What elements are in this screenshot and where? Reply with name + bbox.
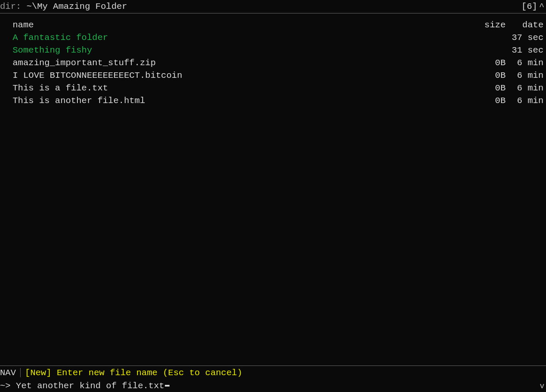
column-headers: name size date [0,19,546,31]
item-name: Something fishy [13,45,474,55]
item-size: 0B [474,71,506,80]
list-item[interactable]: A fantastic folder 37 sec [0,31,546,44]
list-item[interactable]: This is a file.txt 0B 6 min [0,82,546,94]
item-size: 0B [474,58,506,68]
command-input-line[interactable]: ~> Yet another kind of file.txt [0,379,546,392]
item-name: I LOVE BITCONNEEEEEEEECT.bitcoin [13,71,474,80]
header-name[interactable]: name [13,20,474,30]
status-line: NAV [New] Enter new file name (Esc to ca… [0,366,546,379]
command-input[interactable]: Yet another kind of file.txt [16,381,164,391]
list-item[interactable]: I LOVE BITCONNEEEEEEEECT.bitcoin 0B 6 mi… [0,69,546,82]
item-name: This is a file.txt [13,83,474,93]
prompt: ~> [0,381,16,391]
list-item[interactable]: Something fishy 31 sec [0,44,546,56]
list-item[interactable]: This is another file.html 0B 6 min [0,94,546,107]
bottom-panel: NAV [New] Enter new file name (Esc to ca… [0,366,546,392]
item-name: A fantastic folder [13,33,474,42]
item-date: 6 min [506,96,543,106]
item-name: This is another file.html [13,96,474,106]
file-listing: name size date A fantastic folder 37 sec… [0,13,546,366]
header-date[interactable]: date [506,20,543,30]
mode-indicator: NAV [0,368,16,378]
item-name: amazing_important_stuff.zip [13,58,474,68]
text-cursor [165,385,170,387]
current-path: ~\My Amazing Folder [27,2,127,11]
scroll-down-indicator[interactable]: v [540,382,544,390]
item-date: 6 min [506,71,543,80]
item-size: 0B [474,83,506,93]
status-hint: [New] Enter new file name (Esc to cancel… [25,368,242,378]
scroll-up-indicator[interactable]: ^ [538,2,544,11]
file-manager-app: dir: ~\My Amazing Folder [6] ^ name size… [0,0,546,392]
dir-label: dir: [0,2,27,11]
item-date: 37 sec [506,33,543,42]
item-count: [6] [522,2,538,11]
header-size[interactable]: size [474,20,506,30]
item-size: 0B [474,96,506,106]
item-date: 6 min [506,83,543,93]
header-bar: dir: ~\My Amazing Folder [6] ^ [0,0,546,13]
status-divider [20,368,21,377]
item-date: 6 min [506,58,543,68]
list-item[interactable]: amazing_important_stuff.zip 0B 6 min [0,56,546,69]
item-date: 31 sec [506,45,543,55]
